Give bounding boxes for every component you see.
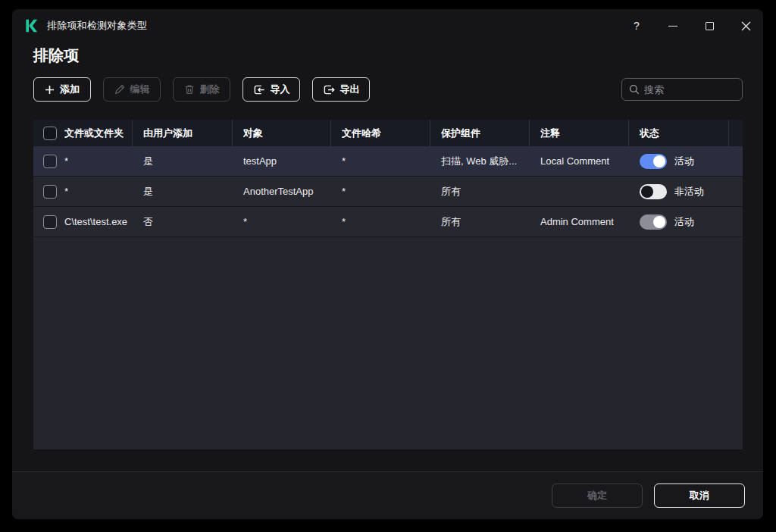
cancel-button[interactable]: 取消 (654, 483, 745, 508)
edit-button[interactable]: 编辑 (103, 77, 161, 102)
added-by-user-value: 是 (143, 155, 153, 168)
header-file-hash[interactable]: 文件哈希 (331, 120, 430, 146)
delete-button-label: 删除 (200, 83, 220, 96)
cell-added-by-user: 否 (133, 207, 233, 236)
search-input[interactable] (644, 84, 731, 95)
cell-protection-components: 所有 (430, 207, 530, 236)
titlebar: 排除项和检测对象类型 ? (12, 9, 763, 42)
import-icon (253, 84, 265, 95)
status-label: 非活动 (674, 185, 704, 199)
add-button[interactable]: 添加 (33, 77, 91, 102)
table-row[interactable]: *是testApp*扫描, Web 威胁...Local Comment活动 (33, 146, 743, 177)
row-spacer (729, 207, 743, 236)
close-icon (741, 21, 751, 31)
status-label: 活动 (674, 215, 694, 229)
window-controls: ? (627, 16, 756, 36)
import-button[interactable]: 导入 (242, 77, 300, 102)
cell-object: testApp (233, 146, 331, 176)
delete-button[interactable]: 删除 (173, 77, 230, 102)
select-all-checkbox[interactable] (43, 127, 57, 140)
cell-file-hash: * (331, 177, 430, 206)
table-header: 文件或文件夹 由用户添加 对象 文件哈希 保护组件 注释 状态 (33, 120, 743, 146)
header-protection-components[interactable]: 保护组件 (430, 120, 530, 146)
header-spacer (729, 120, 743, 146)
toggle-knob (653, 216, 665, 228)
cell-file-or-folder: * (33, 177, 133, 206)
help-button[interactable]: ? (627, 16, 646, 36)
ok-button-label: 确定 (587, 489, 607, 502)
export-button[interactable]: 导出 (312, 77, 370, 102)
minimize-icon (668, 26, 677, 27)
search-icon (629, 84, 640, 95)
added-by-user-value: 否 (143, 215, 153, 229)
row-spacer (729, 146, 743, 176)
comment-value: Admin Comment (540, 216, 614, 227)
file-or-folder-value: C\test\test.exe (64, 216, 127, 227)
header-added-by-user[interactable]: 由用户添加 (133, 120, 233, 146)
cell-protection-components: 扫描, Web 威胁... (430, 146, 530, 176)
ok-button[interactable]: 确定 (552, 483, 643, 508)
row-checkbox[interactable] (43, 185, 57, 199)
row-spacer (729, 177, 743, 206)
cell-comment: Admin Comment (530, 207, 629, 236)
edit-button-label: 编辑 (130, 83, 150, 96)
status-toggle[interactable] (640, 184, 667, 199)
cell-file-or-folder: C\test\test.exe (33, 207, 133, 236)
cell-object: AnotherTestApp (233, 177, 331, 206)
table-row[interactable]: C\test\test.exe否**所有Admin Comment活动 (33, 207, 743, 237)
pencil-icon (114, 84, 125, 95)
header-file-or-folder[interactable]: 文件或文件夹 (33, 120, 133, 146)
export-button-label: 导出 (340, 83, 360, 96)
file-hash-value: * (342, 155, 346, 167)
header-status[interactable]: 状态 (629, 120, 729, 146)
import-button-label: 导入 (271, 83, 290, 96)
object-value: * (243, 216, 247, 227)
header-comment[interactable]: 注释 (530, 120, 629, 146)
window-title: 排除项和检测对象类型 (47, 19, 147, 33)
object-value: AnotherTestApp (243, 186, 314, 197)
protection-components-value: 所有 (441, 215, 461, 229)
maximize-button[interactable] (699, 16, 719, 36)
cell-added-by-user: 是 (133, 146, 233, 176)
file-hash-value: * (342, 186, 346, 197)
exclusions-dialog-window: 排除项和检测对象类型 ? 排除项 添加 编辑 删除 导入 导出 (12, 9, 763, 519)
kaspersky-logo-icon (23, 18, 39, 33)
status-label: 活动 (674, 155, 694, 168)
cancel-button-label: 取消 (690, 489, 709, 502)
header-object[interactable]: 对象 (233, 120, 331, 146)
cell-status: 非活动 (629, 177, 729, 206)
maximize-icon (706, 22, 714, 30)
cell-added-by-user: 是 (133, 177, 233, 206)
exclusions-table: 文件或文件夹 由用户添加 对象 文件哈希 保护组件 注释 状态 *是testAp… (33, 120, 743, 449)
trash-icon (184, 84, 195, 95)
row-checkbox[interactable] (43, 215, 57, 229)
search-box[interactable] (621, 78, 743, 101)
table-rows: *是testApp*扫描, Web 威胁...Local Comment活动*是… (33, 146, 743, 237)
status-toggle[interactable] (640, 154, 667, 169)
close-button[interactable] (736, 16, 756, 36)
table-row[interactable]: *是AnotherTestApp*所有非活动 (33, 177, 743, 207)
cell-status: 活动 (629, 146, 729, 176)
footer-bar: 确定 取消 (12, 471, 763, 519)
comment-value: Local Comment (540, 155, 609, 167)
toggle-knob (653, 155, 665, 167)
file-hash-value: * (342, 216, 346, 227)
cell-status: 活动 (629, 207, 729, 236)
cell-file-hash: * (331, 146, 430, 176)
page-title: 排除项 (33, 45, 79, 66)
cell-file-hash: * (331, 207, 430, 236)
minimize-button[interactable] (663, 16, 683, 36)
row-checkbox[interactable] (43, 155, 57, 168)
cell-object: * (233, 207, 331, 236)
protection-components-value: 所有 (441, 185, 461, 199)
cell-comment: Local Comment (530, 146, 629, 176)
added-by-user-value: 是 (143, 185, 153, 199)
file-or-folder-value: * (64, 186, 68, 197)
add-button-label: 添加 (60, 83, 80, 96)
toggle-knob (641, 186, 653, 198)
status-toggle[interactable] (640, 214, 667, 230)
file-or-folder-value: * (64, 155, 68, 167)
object-value: testApp (243, 155, 277, 167)
cell-comment (530, 177, 629, 206)
cell-protection-components: 所有 (430, 177, 530, 206)
